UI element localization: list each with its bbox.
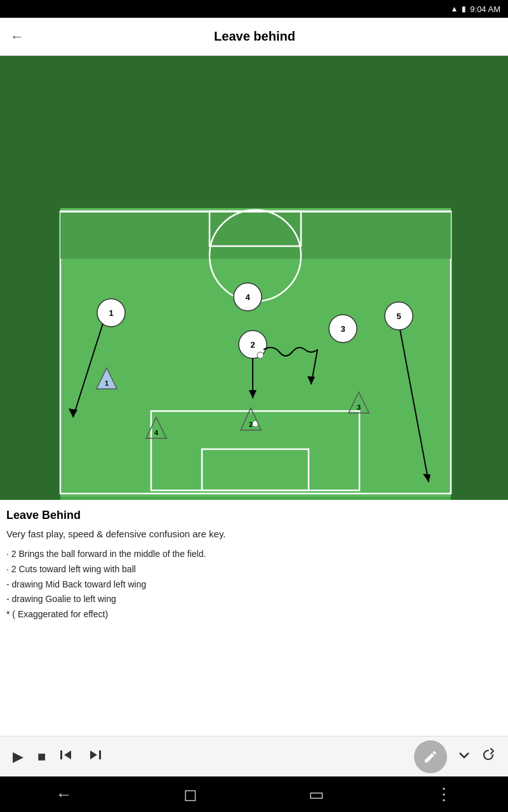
status-bar: ▲ ▮ 9:04 AM [0, 0, 508, 18]
chevron-down-button[interactable] [457, 748, 471, 766]
content-body: · 2 Brings the ball forward in the middl… [6, 547, 502, 622]
playback-controls: ▶ ■ [13, 748, 102, 766]
nav-more-icon[interactable]: ⋮ [436, 785, 452, 804]
stop-button[interactable]: ■ [37, 749, 46, 765]
edit-button[interactable] [414, 740, 447, 773]
next-button[interactable] [88, 748, 102, 766]
content-subtitle: Very fast play, speed & defensive confus… [6, 528, 502, 539]
refresh-button[interactable] [481, 748, 495, 766]
svg-text:1: 1 [105, 379, 109, 387]
field-diagram: 4 1 2 3 5 1 2 3 4 Gk [0, 56, 508, 500]
svg-rect-43 [99, 750, 101, 759]
nav-bar: ← ◻ ▭ ⋮ [0, 776, 508, 812]
svg-point-17 [257, 352, 264, 358]
app-bar: ← Leave behind [0, 18, 508, 56]
nav-recent-icon[interactable]: ▭ [309, 785, 324, 804]
svg-text:4: 4 [245, 292, 250, 302]
status-time: 9:04 AM [470, 4, 500, 14]
svg-text:3: 3 [340, 324, 345, 334]
back-button[interactable]: ← [10, 29, 24, 45]
page-title: Leave behind [37, 29, 472, 44]
svg-marker-42 [64, 750, 71, 759]
svg-rect-4 [60, 211, 451, 259]
prev-button[interactable] [60, 748, 74, 766]
wifi-icon: ▲ [450, 4, 458, 13]
svg-text:3: 3 [357, 403, 361, 411]
svg-text:1: 1 [109, 308, 113, 318]
play-button[interactable]: ▶ [13, 749, 23, 765]
content-area: Leave Behind Very fast play, speed & def… [0, 500, 508, 736]
svg-text:2: 2 [249, 421, 253, 428]
playback-right [414, 740, 495, 773]
battery-icon: ▮ [462, 4, 466, 13]
nav-home-icon[interactable]: ◻ [184, 785, 197, 804]
svg-text:5: 5 [396, 311, 401, 321]
svg-rect-41 [60, 750, 62, 759]
content-title: Leave Behind [6, 509, 502, 522]
nav-back-icon[interactable]: ← [56, 785, 72, 804]
field-area: 4 1 2 3 5 1 2 3 4 Gk [0, 56, 508, 500]
playback-bar: ▶ ■ [0, 736, 508, 776]
svg-marker-44 [90, 750, 97, 759]
svg-text:2: 2 [250, 340, 255, 350]
svg-text:4: 4 [154, 429, 159, 436]
